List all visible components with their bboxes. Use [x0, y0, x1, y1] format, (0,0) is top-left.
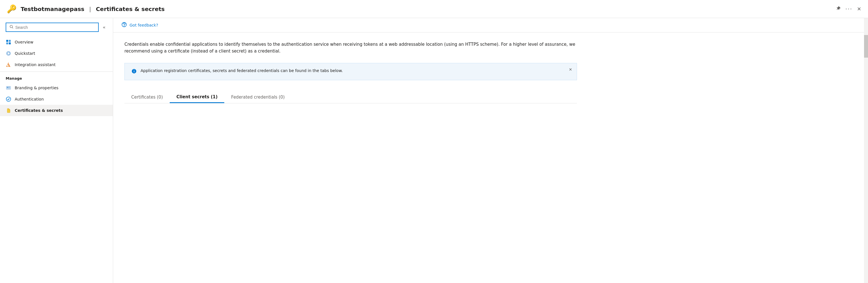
title-bar-actions: ··· ✕ — [836, 6, 861, 12]
description-text: Credentials enable confidential applicat… — [124, 41, 577, 55]
pin-button[interactable] — [836, 6, 841, 12]
info-box: Application registration certificates, s… — [124, 63, 577, 80]
svg-rect-8 — [7, 87, 8, 88]
tab-certificates[interactable]: Certificates (0) — [124, 92, 170, 103]
title-separator: | — [89, 6, 91, 12]
svg-rect-10 — [8, 87, 9, 88]
collapse-button[interactable]: « — [101, 23, 107, 32]
branding-icon — [6, 85, 11, 91]
integration-icon — [6, 62, 11, 68]
app-name: Testbotmanagepass — [21, 6, 84, 12]
feedback-bar[interactable]: Got feedback? — [113, 18, 868, 33]
sidebar-item-overview[interactable]: Overview — [0, 36, 113, 48]
content-area: Got feedback? Credentials enable confide… — [113, 18, 868, 283]
scrollbar-track — [864, 18, 868, 283]
feedback-label[interactable]: Got feedback? — [129, 23, 158, 27]
quickstart-icon — [6, 50, 11, 56]
info-close-button[interactable]: ✕ — [569, 67, 572, 72]
svg-point-11 — [6, 97, 11, 101]
sidebar-item-branding[interactable]: Branding & properties — [0, 82, 113, 94]
svg-point-13 — [124, 26, 124, 27]
search-icon — [10, 25, 13, 30]
authentication-label: Authentication — [15, 97, 44, 101]
svg-point-16 — [134, 70, 134, 70]
feedback-icon — [122, 22, 127, 28]
tabs-bar: Certificates (0) Client secrets (1) Fede… — [124, 92, 577, 103]
integration-label: Integration assistant — [15, 62, 56, 67]
svg-rect-4 — [6, 42, 8, 44]
manage-section-label: Manage — [0, 71, 113, 82]
sidebar: « Overview Quickstart Integration assist… — [0, 18, 113, 283]
svg-rect-5 — [9, 42, 11, 44]
svg-rect-2 — [6, 40, 8, 42]
main-layout: « Overview Quickstart Integration assist… — [0, 18, 868, 283]
close-button[interactable]: ✕ — [857, 6, 861, 12]
certificates-label: Certificates & secrets — [15, 108, 63, 113]
branding-label: Branding & properties — [15, 85, 59, 90]
search-box[interactable] — [6, 23, 99, 32]
app-icon: 🔑 — [7, 4, 17, 13]
auth-icon — [6, 96, 11, 102]
scrollbar-thumb[interactable] — [864, 35, 868, 58]
info-message: Application registration certificates, s… — [141, 68, 570, 73]
sidebar-item-quickstart[interactable]: Quickstart — [0, 48, 113, 59]
sidebar-search-row: « — [0, 18, 113, 36]
svg-rect-3 — [9, 40, 11, 42]
info-icon — [131, 69, 136, 75]
overview-icon — [6, 39, 11, 45]
sidebar-item-authentication[interactable]: Authentication — [0, 94, 113, 105]
certificates-icon — [6, 108, 11, 113]
title-bar: 🔑 Testbotmanagepass | Certificates & sec… — [0, 0, 868, 18]
section-title: Certificates & secrets — [96, 6, 165, 12]
sidebar-item-integration[interactable]: Integration assistant — [0, 59, 113, 70]
search-input[interactable] — [15, 25, 95, 30]
tab-client-secrets[interactable]: Client secrets (1) — [170, 92, 224, 103]
sidebar-item-certificates[interactable]: Certificates & secrets — [0, 105, 113, 116]
overview-label: Overview — [15, 40, 33, 44]
svg-line-1 — [12, 27, 13, 28]
more-button[interactable]: ··· — [845, 6, 852, 12]
quickstart-label: Quickstart — [15, 51, 35, 56]
svg-rect-15 — [134, 71, 134, 73]
page-title: Testbotmanagepass | Certificates & secre… — [21, 6, 836, 12]
tab-federated-credentials[interactable]: Federated credentials (0) — [224, 92, 291, 103]
svg-point-0 — [10, 25, 12, 28]
content-scroll[interactable]: Credentials enable confidential applicat… — [113, 33, 868, 283]
